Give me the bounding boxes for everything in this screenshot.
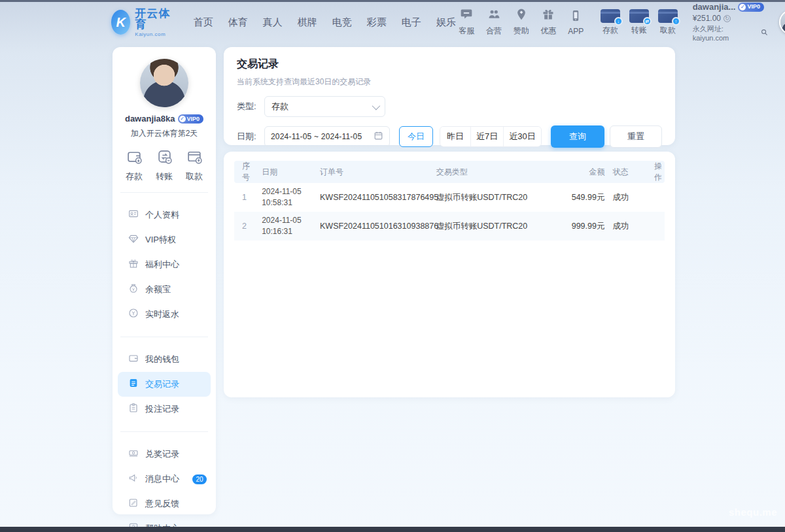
wallet-icon	[128, 353, 139, 366]
app-label: APP	[568, 27, 584, 36]
sidebar: dawanjia8ka ✓VIP0 加入开云体育第2天 存款 转账 取款 个人资…	[113, 47, 216, 514]
reset-button[interactable]: 重置	[610, 125, 662, 148]
page-subtitle: 当前系统支持查询最近30日的交易记录	[237, 76, 662, 88]
range-yesterday-button[interactable]: 昨日	[440, 127, 470, 146]
withdraw-link[interactable]: ↑ 取款	[657, 9, 679, 36]
chevron-down-icon	[372, 101, 381, 110]
site-url: 永久网址: kaiyun.com	[693, 25, 759, 43]
megaphone-icon	[128, 473, 139, 486]
col-header-date: 日期	[258, 161, 316, 183]
sponsor-link[interactable]: 赞助	[510, 8, 532, 37]
type-select[interactable]: 存款	[264, 96, 385, 117]
nav-entertainment[interactable]: 娱乐	[436, 16, 456, 29]
promo-link[interactable]: 优惠	[538, 8, 559, 37]
query-button[interactable]: 查询	[551, 125, 604, 148]
partner-link[interactable]: 合营	[483, 8, 505, 37]
filter-panel: 交易记录 当前系统支持查询最近30日的交易记录 类型: 存款 日期: 2024-…	[224, 47, 675, 145]
top-border	[0, 0, 785, 2]
sponsor-label: 赞助	[514, 25, 529, 37]
nav-sports[interactable]: 体育	[228, 16, 248, 29]
nav-live[interactable]: 真人	[263, 16, 283, 29]
header-username[interactable]: dawanjia...	[693, 2, 736, 12]
profile-username: dawanjia8ka	[125, 114, 175, 124]
col-header-type: 交易类型	[432, 161, 553, 183]
sidebar-item-prizes[interactable]: 兑奖记录	[113, 442, 216, 467]
sidebar-withdraw-label: 取款	[186, 171, 203, 182]
cell-amount: 549.99元	[553, 183, 609, 212]
divider	[120, 431, 208, 432]
col-header-status: 状态	[608, 161, 643, 183]
sidebar-withdraw-action[interactable]: 取款	[186, 148, 203, 182]
diamond-icon	[128, 233, 139, 246]
money-bag-icon	[128, 283, 139, 296]
card-withdraw-icon	[186, 148, 203, 167]
sidebar-item-vip[interactable]: VIP特权	[113, 227, 216, 252]
col-header-seq: 序号	[234, 161, 258, 183]
withdraw-label: 取款	[660, 25, 676, 36]
type-select-value: 存款	[271, 101, 372, 112]
nav-chess[interactable]: 棋牌	[298, 16, 317, 29]
cell-seq: 1	[234, 183, 258, 212]
sidebar-item-yuebao[interactable]: 余额宝	[113, 277, 216, 302]
transfer-link[interactable]: ⇄ 转账	[628, 9, 650, 36]
deposit-link[interactable]: ↓ 存款	[599, 9, 621, 36]
profile-avatar[interactable]	[140, 59, 188, 107]
cell-action	[643, 212, 665, 241]
records-panel: 序号 日期 订单号 交易类型 金额 状态 操作 1 2024-11-0510:5…	[224, 152, 675, 397]
cell-amount: 999.99元	[553, 212, 609, 241]
header: K 开云体育 Kaiyun.com 首页 体育 真人 棋牌 电竞 彩票 电子 娱…	[0, 2, 785, 42]
date-range-input[interactable]: 2024-11-05 ~ 2024-11-05	[264, 126, 390, 147]
sidebar-item-messages[interactable]: 消息中心 20	[113, 467, 216, 491]
transfer-label: 转账	[631, 25, 647, 36]
main-nav: 首页 体育 真人 棋牌 电竞 彩票 电子 娱乐	[194, 16, 456, 29]
transaction-record-icon	[128, 378, 139, 391]
withdraw-card-icon: ↑	[658, 9, 678, 23]
table-row: 2 2024-11-0510:16:31 KWSF202411051016310…	[234, 212, 665, 241]
bottom-bar	[0, 527, 785, 532]
col-header-order: 订单号	[316, 161, 432, 183]
partner-label: 合营	[486, 25, 502, 37]
range-7days-button[interactable]: 近7日	[470, 127, 503, 146]
vip-badge: ✓VIP0	[738, 3, 764, 12]
cell-date: 2024-11-0510:16:31	[258, 212, 316, 241]
divider	[120, 337, 208, 337]
sidebar-item-bets[interactable]: 投注记录	[113, 397, 216, 422]
service-link[interactable]: 客服	[456, 8, 478, 37]
header-balance: ¥251.00	[693, 14, 721, 24]
range-button-group: 昨日 近7日 近30日	[440, 126, 542, 147]
cell-type: 虚拟币转账USDT/TRC20	[432, 183, 553, 212]
sidebar-item-feedback[interactable]: 意见反馈	[113, 491, 216, 516]
cell-status: 成功	[608, 183, 643, 212]
refresh-balance-icon[interactable]: ↻	[724, 15, 731, 22]
sidebar-transfer-action[interactable]: 转账	[156, 148, 173, 182]
cell-order: KWSF202411051016310938876	[316, 212, 432, 241]
sidebar-item-transactions[interactable]: 交易记录	[118, 372, 211, 397]
phone-icon	[569, 9, 582, 25]
bet-record-icon	[128, 403, 139, 416]
nav-egames[interactable]: 电子	[402, 16, 421, 29]
gift-box-icon	[128, 258, 139, 271]
sidebar-item-welfare[interactable]: 福利中心	[113, 252, 216, 277]
nav-home[interactable]: 首页	[194, 16, 213, 29]
brand-logo-icon: K	[111, 10, 130, 35]
watermark: shequ.me	[729, 507, 777, 518]
sidebar-item-profile[interactable]: 个人资料	[113, 203, 216, 227]
type-label: 类型:	[237, 101, 264, 112]
range-today-button[interactable]: 今日	[399, 126, 433, 147]
sidebar-item-wallet[interactable]: 我的钱包	[113, 347, 216, 372]
wallet-deposit-icon	[126, 148, 143, 167]
nav-esports[interactable]: 电竞	[332, 16, 352, 29]
date-range-value: 2024-11-05 ~ 2024-11-05	[271, 132, 374, 141]
sidebar-deposit-action[interactable]: 存款	[126, 148, 143, 182]
app-link[interactable]: APP	[565, 9, 587, 36]
message-count-badge: 20	[192, 474, 207, 484]
chat-icon	[460, 8, 473, 24]
search-icon[interactable]	[761, 29, 768, 39]
header-avatar[interactable]	[779, 10, 785, 35]
brand-logo[interactable]: K 开云体育 Kaiyun.com	[111, 8, 171, 37]
divider	[120, 192, 208, 193]
sidebar-item-rebate[interactable]: 实时返水	[113, 302, 216, 327]
range-30days-button[interactable]: 近30日	[503, 127, 540, 146]
nav-lottery[interactable]: 彩票	[367, 16, 387, 29]
deposit-label: 存款	[602, 25, 618, 36]
